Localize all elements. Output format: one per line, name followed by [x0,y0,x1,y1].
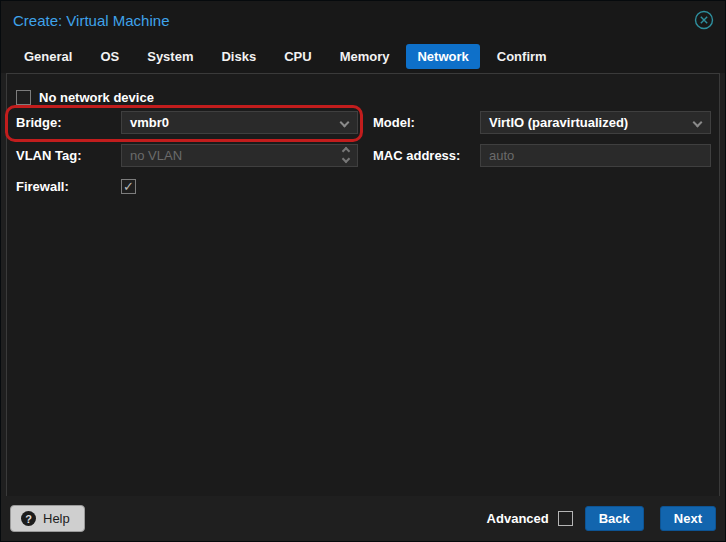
firewall-label: Firewall: [16,179,121,194]
chevron-down-icon [693,118,703,128]
no-network-device-checkbox[interactable] [16,90,31,105]
help-button-label: Help [43,511,70,526]
tab-system[interactable]: System [136,44,204,69]
model-select[interactable]: VirtIO (paravirtualized) [480,111,711,134]
dialog-titlebar: Create: Virtual Machine [1,1,725,39]
bridge-select[interactable]: vmbr0 [121,111,358,134]
network-form-panel: No network device Bridge: vmbr0 VLAN Tag… [6,73,720,498]
create-vm-dialog: Create: Virtual Machine General OS Syste… [0,0,726,542]
tab-memory[interactable]: Memory [329,44,401,69]
advanced-label: Advanced [487,511,549,526]
next-button[interactable]: Next [660,506,716,531]
vlan-tag-placeholder: no VLAN [130,148,182,163]
tab-network[interactable]: Network [406,44,479,69]
tab-disks[interactable]: Disks [210,44,267,69]
tab-confirm[interactable]: Confirm [486,44,558,69]
no-network-device-label: No network device [39,90,154,105]
spinner-icon[interactable] [343,148,349,162]
tab-cpu[interactable]: CPU [273,44,322,69]
bridge-value: vmbr0 [130,115,169,130]
close-icon[interactable] [693,9,715,31]
next-button-label: Next [674,511,702,526]
mac-address-row: MAC address: auto [373,144,711,167]
tab-general[interactable]: General [13,44,83,69]
vlan-tag-row: VLAN Tag: no VLAN [16,144,358,167]
tab-os[interactable]: OS [89,44,130,69]
no-network-device-row: No network device [16,86,154,109]
model-label: Model: [373,115,480,130]
model-value: VirtIO (paravirtualized) [489,115,628,130]
help-button[interactable]: ? Help [10,505,85,532]
mac-address-label: MAC address: [373,148,480,163]
checkmark-icon: ✓ [123,180,134,193]
back-button[interactable]: Back [585,506,644,531]
mac-address-placeholder: auto [489,148,514,163]
firewall-checkbox[interactable]: ✓ [121,179,136,194]
model-row: Model: VirtIO (paravirtualized) [373,111,711,134]
dialog-footer: ? Help Advanced Back Next [1,496,725,541]
advanced-checkbox[interactable] [558,511,573,526]
dialog-title: Create: Virtual Machine [13,12,169,29]
wizard-tabbar: General OS System Disks CPU Memory Netwo… [1,39,725,73]
help-icon: ? [21,511,36,526]
bridge-row: Bridge: vmbr0 [16,111,358,134]
back-button-label: Back [599,511,630,526]
mac-address-input[interactable]: auto [480,144,711,167]
bridge-label: Bridge: [16,115,121,130]
vlan-tag-input[interactable]: no VLAN [121,144,358,167]
chevron-down-icon [340,118,350,128]
vlan-tag-label: VLAN Tag: [16,148,121,163]
firewall-row: Firewall: ✓ [16,175,136,198]
